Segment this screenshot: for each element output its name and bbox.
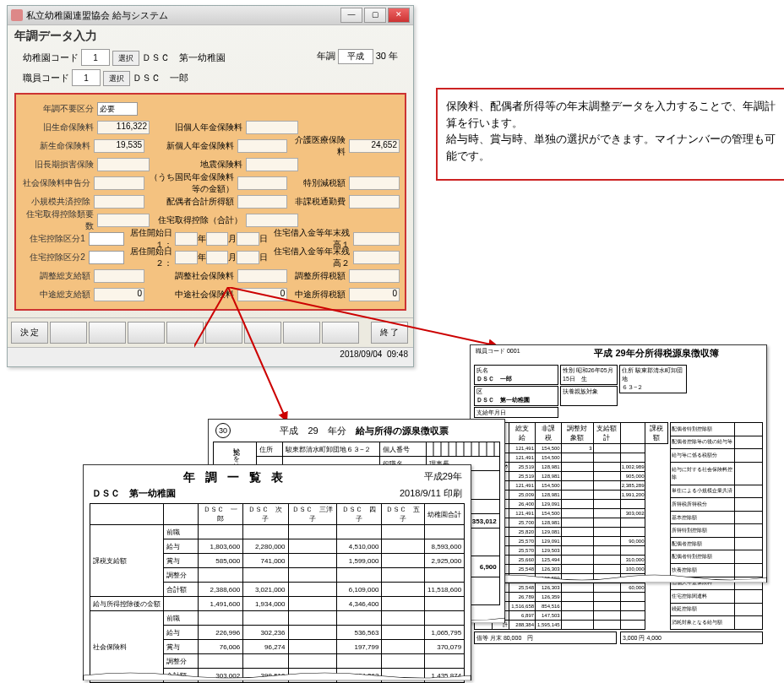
year-unit: 年 [389, 51, 398, 61]
house-day-input[interactable] [237, 232, 259, 246]
house-balance-input[interactable] [353, 251, 400, 264]
house-month-input[interactable] [206, 251, 229, 264]
form-input[interactable] [237, 139, 288, 153]
d3-right-table: 配偶者特別控除額配偶者控除等の後の給与等給与等に係る税額分給与に対する社会保険料… [670, 422, 763, 630]
form-label: 地震保険料 [150, 159, 246, 171]
d2-amt1: 353,012 [472, 518, 497, 525]
kindergarten-select-button[interactable]: 選択 [112, 51, 139, 66]
window-title: 私立幼稚園連盟協会 給与システム [26, 9, 168, 22]
house-kubun-select[interactable] [89, 251, 125, 264]
maximize-button[interactable]: ▢ [364, 8, 386, 23]
form-input[interactable] [237, 269, 288, 283]
form-input[interactable] [246, 121, 298, 134]
blank-button-8[interactable] [322, 322, 359, 344]
form-label: 中途総支給額 [21, 289, 94, 301]
d2-title: 給与所得の源泉徴収票 [356, 426, 449, 436]
house-balance-input[interactable] [353, 232, 400, 246]
kindergarten-code-label: 幼稚園コード [23, 52, 79, 62]
d2-addr-label: 住所 [257, 442, 283, 457]
form-input[interactable]: 0 [237, 288, 288, 301]
form-input[interactable] [237, 195, 288, 209]
staff-select-button[interactable]: 選択 [103, 71, 130, 86]
d3-title: 平成 29年分所得税源泉徴収簿 [552, 347, 761, 360]
house-kubun-select[interactable] [89, 232, 125, 246]
house-date-label: 居住開始日２： [124, 246, 174, 269]
house-month-input[interactable] [206, 232, 229, 246]
blank-button-6[interactable] [244, 322, 281, 344]
kindergarten-code-input[interactable] [81, 49, 110, 66]
house-balance-label: 住宅借入金等年末残高２ [268, 246, 353, 269]
blank-button-3[interactable] [128, 322, 165, 344]
house-year-input[interactable] [175, 251, 198, 264]
d3-sex-label: 性別 [563, 367, 574, 373]
decide-button[interactable]: 決 定 [11, 322, 48, 344]
d1-org: ＤＳＣ 第一幼稚園 [92, 487, 176, 500]
form-label: 調整総支給額 [21, 270, 94, 282]
blank-button-5[interactable] [205, 322, 242, 344]
d3-org: ＤＳＣ 第一幼稚園 [476, 397, 530, 403]
form-label: 住宅取得控除（合計） [150, 214, 246, 226]
blank-button-4[interactable] [166, 322, 204, 344]
form-input[interactable] [94, 269, 144, 283]
description-note: 保険料、配偶者所得等の年末調整データを入力することで、年調計算を行います。 給与… [436, 88, 784, 181]
form-input[interactable] [237, 176, 288, 190]
form-label: 新個人年金保険料 [144, 140, 237, 152]
form-label: 中途社会保険料 [144, 289, 237, 301]
end-button[interactable]: 終 了 [371, 322, 408, 344]
fuyo-select[interactable]: 必要 [97, 102, 138, 116]
house-year-input[interactable] [175, 232, 198, 246]
form-input[interactable]: 0 [349, 288, 400, 301]
code-area: 幼稚園コード 選択 ＤＳＣ 第一幼稚園 年調 平成 30 年 職員コード 選択 … [8, 47, 413, 91]
blank-button-1[interactable] [50, 322, 87, 344]
blank-button-2[interactable] [89, 322, 126, 344]
form-label: 旧長期損害保険 [21, 159, 97, 171]
form-input[interactable]: 0 [94, 288, 144, 301]
form-input[interactable] [94, 176, 144, 190]
app-icon [11, 9, 23, 21]
era-select[interactable]: 平成 [338, 49, 373, 64]
form-label: 新生命保険料 [21, 140, 94, 152]
d3-code: 0001 [507, 348, 520, 354]
d3-code-label: 職員コード [476, 348, 505, 354]
form-input[interactable] [97, 158, 150, 171]
staff-code-input[interactable] [72, 69, 101, 86]
form-input[interactable] [246, 158, 298, 171]
form-label: 旧生命保険料 [21, 122, 97, 133]
form-label: 旧個人年金保険料 [150, 122, 246, 133]
withholding-ledger-doc: 職員コード 0001 平成 29年分所得税源泉徴収簿 氏名ＤＳＣ 一郎 区ＤＳＣ… [470, 344, 767, 583]
form-input[interactable]: 116,322 [97, 121, 150, 134]
house-day-input[interactable] [237, 251, 259, 264]
form-input[interactable] [349, 176, 400, 190]
d3-dep-label: 扶養親族対象 [560, 386, 618, 406]
form-label: 特別減税額 [287, 177, 349, 189]
form-input[interactable]: 24,652 [349, 139, 400, 153]
d1-period: 平成29年 [378, 470, 462, 485]
d1-table: ＤＳＣ 一郎ＤＳＣ 次子ＤＳＣ 三洋子ＤＳＣ 四子ＤＳＣ 五子幼稚園合計課税支給… [90, 503, 465, 683]
minimize-button[interactable]: — [340, 8, 362, 23]
form-label: 小規模共済控除 [21, 196, 94, 208]
close-button[interactable]: ✕ [388, 8, 410, 23]
form-input[interactable]: 19,535 [94, 139, 144, 153]
d2-num-cells [426, 442, 499, 457]
titlebar: 私立幼稚園連盟協会 給与システム — ▢ ✕ [8, 6, 413, 25]
form-input[interactable] [246, 214, 298, 227]
form-label: 住宅取得控除類要数 [21, 209, 97, 232]
form-panel: 年調不要区分 必要 旧生命保険料116,322旧個人年金保険料新生命保険料19,… [14, 93, 406, 311]
blank-button-7[interactable] [283, 322, 320, 344]
form-label: 調整社会保険料 [144, 270, 237, 282]
form-label: 配偶者合計所得額 [144, 196, 237, 208]
form-input[interactable] [94, 195, 144, 209]
d2-loan-amt: 6,900 [480, 563, 497, 571]
form-label: 社会保険料申告分 [21, 177, 94, 189]
nencho-label: 年調 [317, 51, 335, 61]
d3-bottom-right: 3,000 円 4,000 [620, 632, 763, 644]
form-input[interactable] [349, 195, 400, 209]
form-label: （うち国民年金保険料等の金額） [144, 171, 237, 195]
form-input[interactable] [349, 269, 400, 283]
d1-title: 年 調 一 覧 表 [92, 470, 378, 485]
house-kubun-label: 住宅控除区分2 [21, 252, 89, 263]
button-bar: 決 定 終 了 [8, 317, 413, 347]
fuyo-label: 年調不要区分 [21, 103, 97, 115]
form-label: 調整所得税額 [287, 270, 349, 282]
form-input[interactable] [97, 214, 150, 227]
